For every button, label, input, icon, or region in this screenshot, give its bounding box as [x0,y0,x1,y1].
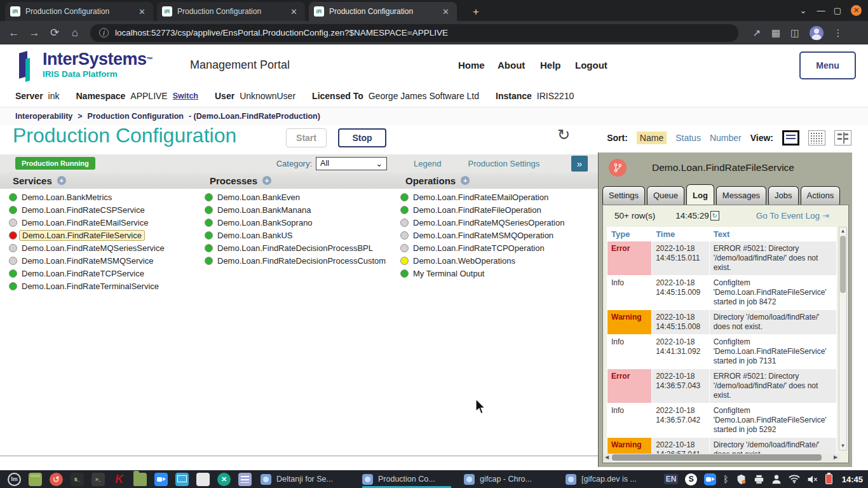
col-time[interactable]: Time [652,227,709,241]
tab-close-icon[interactable]: ✕ [440,7,452,17]
tab-close-icon[interactable]: ✕ [288,7,300,17]
expand-panel-button[interactable]: » [571,156,588,172]
list-item[interactable]: Demo.Loan.BankEven [205,191,386,203]
list-item[interactable]: Demo.Loan.BankSoprano [205,216,386,229]
mint-menu-icon[interactable]: lm [8,473,21,486]
scroll-right-icon[interactable]: ▶ [832,454,839,461]
list-item[interactable]: Demo.Loan.BankMetrics [9,191,165,203]
window-maximize-icon[interactable]: ▢ [829,0,846,21]
add-operation-button[interactable]: + [461,176,470,185]
nav-home[interactable]: Home [458,60,485,71]
switch-link[interactable]: Switch [173,92,198,100]
red-app-icon[interactable]: K [112,473,126,486]
taskbar-window-gifcap[interactable]: gifcap - Chro... [464,470,557,488]
list-item[interactable]: Demo.Loan.WebOperations [400,254,564,267]
window-close-icon[interactable]: ✕ [851,5,862,16]
breadcrumb-page[interactable]: Production Configuration [88,112,184,121]
stop-button[interactable]: Stop [338,128,386,147]
teal-x-app-icon[interactable]: ✕ [217,473,231,486]
browser-tab-3-active[interactable]: IR Production Configuration ✕ [309,2,457,21]
legend-link[interactable]: Legend [414,159,441,168]
taskbar-clock[interactable]: 14:45 [842,475,863,484]
nav-logout[interactable]: Logout [575,60,607,71]
printer-icon[interactable] [754,475,764,484]
refresh-icon[interactable]: ↻ [557,126,570,144]
new-tab-button[interactable]: + [468,4,484,20]
window-minimize-icon[interactable]: — [812,0,830,21]
browser-tab-1[interactable]: IR Production Configuration ✕ [5,2,153,21]
menu-button[interactable]: Menu [799,51,856,79]
forward-icon[interactable]: → [24,27,44,39]
notes-app-icon[interactable] [238,473,252,486]
nav-help[interactable]: Help [540,60,561,71]
add-service-button[interactable]: + [57,176,66,185]
profile-avatar[interactable] [810,26,824,40]
scroll-down-icon[interactable]: ▼ [839,442,846,450]
view-list-icon[interactable] [782,130,799,146]
view-grid-icon[interactable] [808,130,825,146]
taskbar-window-production[interactable]: Production Co... [362,470,455,488]
home-icon[interactable]: ⌂ [65,27,85,39]
col-type[interactable]: Type [607,227,651,241]
site-info-icon[interactable]: i [99,28,109,37]
skype-icon[interactable]: S [685,473,697,485]
extensions-puzzle-icon[interactable]: ▦ [766,27,785,39]
tab-jobs[interactable]: Jobs [768,186,798,205]
add-process-button[interactable]: + [262,176,271,185]
browser-tab-2[interactable]: IR Production Configuration ✕ [157,2,305,21]
list-item[interactable]: Demo.Loan.FindRateEMailOperation [400,191,564,203]
list-item[interactable]: Demo.Loan.FindRateDecisionProcessBPL [205,241,386,254]
list-item-selected[interactable]: Demo.Loan.FindRateFileService [9,229,165,241]
reload-icon[interactable]: ⟳ [44,26,65,39]
go-to-event-log-link[interactable]: Go To Event Log ⇥ [756,211,829,220]
scrollbar-thumb[interactable] [612,454,822,461]
list-item[interactable]: Demo.Loan.FindRateMSMQService [9,254,165,267]
sort-status[interactable]: Status [675,133,701,143]
security-shield-icon[interactable] [736,474,747,485]
file-manager-icon[interactable] [133,473,147,486]
sort-number[interactable]: Number [710,133,742,143]
list-item[interactable]: Demo.Loan.FindRateMQSeriesOperation [400,216,564,229]
list-item[interactable]: Demo.Loan.FindRateTCPService [9,267,165,280]
desktop-window-icon[interactable] [29,473,42,486]
list-item[interactable]: Demo.Loan.FindRateTerminalService [9,280,165,292]
list-item[interactable]: Demo.Loan.BankManana [205,203,386,216]
address-bar[interactable]: i localhost:52773/csp/applive/EnsPortal.… [90,24,738,42]
log-refresh-icon[interactable]: ↻ [710,211,719,220]
list-item[interactable]: Demo.Loan.FindRateEMailService [9,216,165,229]
col-text[interactable]: Text [710,227,836,241]
view-split-icon[interactable] [834,130,851,146]
breadcrumb-root[interactable]: Interoperability [15,112,72,121]
scroll-left-icon[interactable]: ◀ [603,454,611,461]
scrollbar-thumb[interactable] [840,236,846,293]
log-vertical-scrollbar[interactable]: ▲ ▼ [839,227,847,451]
wifi-icon[interactable] [789,475,800,484]
scroll-up-icon[interactable]: ▲ [839,227,846,235]
user-session-icon[interactable] [771,474,782,484]
terminal2-icon[interactable]: >_ [92,473,105,486]
browser-menu-kebab-icon[interactable]: ⋮ [829,27,848,39]
log-horizontal-scrollbar[interactable]: ◀ ▶ [603,454,839,461]
keyboard-layout-indicator[interactable]: EN [664,474,679,484]
production-settings-link[interactable]: Production Settings [468,159,539,168]
list-item[interactable]: Demo.Loan.FindRateDecisionProcessCustom [205,254,386,267]
list-item[interactable]: Demo.Loan.FindRateTCPOperation [400,241,564,254]
taskbar-window-gifcap-dev[interactable]: [gifcap.dev is ... [566,470,658,488]
tab-queue[interactable]: Queue [647,186,684,205]
list-item[interactable]: Demo.Loan.FindRateCSPService [9,203,165,216]
list-item[interactable]: My Terminal Output [400,267,564,280]
list-item[interactable]: Demo.Loan.FindRateFileOperation [400,203,564,216]
tab-close-icon[interactable]: ✕ [136,7,148,17]
orange-app-icon[interactable]: ↺ [50,473,63,486]
zoom-icon[interactable] [704,473,716,485]
window-shade-icon[interactable]: ⌄ [794,0,812,21]
share-icon[interactable]: ↗ [747,27,766,39]
side-panel-icon[interactable]: ◫ [785,27,804,39]
back-icon[interactable]: ← [4,27,24,39]
battery-icon[interactable] [825,474,832,484]
nav-about[interactable]: About [498,60,525,71]
start-button[interactable]: Start [286,128,327,147]
bluetooth-icon[interactable]: ᛒ [723,474,728,484]
tab-messages[interactable]: Messages [716,186,766,205]
category-select[interactable]: All ⌄ [316,157,387,170]
